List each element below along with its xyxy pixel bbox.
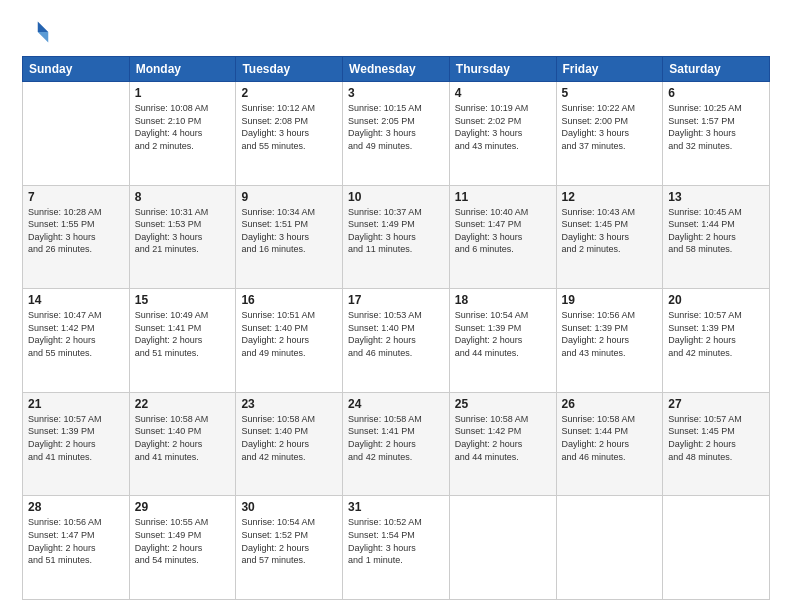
day-number: 24: [348, 397, 444, 411]
calendar-cell: 28Sunrise: 10:56 AM Sunset: 1:47 PM Dayl…: [23, 496, 130, 600]
calendar-cell: 25Sunrise: 10:58 AM Sunset: 1:42 PM Dayl…: [449, 392, 556, 496]
day-number: 15: [135, 293, 231, 307]
logo: [22, 18, 54, 46]
calendar-cell: 23Sunrise: 10:58 AM Sunset: 1:40 PM Dayl…: [236, 392, 343, 496]
day-info: Sunrise: 10:58 AM Sunset: 1:42 PM Daylig…: [455, 413, 551, 463]
day-number: 17: [348, 293, 444, 307]
day-info: Sunrise: 10:58 AM Sunset: 1:44 PM Daylig…: [562, 413, 658, 463]
day-info: Sunrise: 10:08 AM Sunset: 2:10 PM Daylig…: [135, 102, 231, 152]
day-info: Sunrise: 10:56 AM Sunset: 1:47 PM Daylig…: [28, 516, 124, 566]
day-info: Sunrise: 10:57 AM Sunset: 1:39 PM Daylig…: [28, 413, 124, 463]
calendar-cell: 20Sunrise: 10:57 AM Sunset: 1:39 PM Dayl…: [663, 289, 770, 393]
calendar-cell: 30Sunrise: 10:54 AM Sunset: 1:52 PM Dayl…: [236, 496, 343, 600]
calendar-cell: 16Sunrise: 10:51 AM Sunset: 1:40 PM Dayl…: [236, 289, 343, 393]
svg-marker-1: [38, 32, 49, 43]
day-number: 1: [135, 86, 231, 100]
day-number: 4: [455, 86, 551, 100]
calendar-cell: 31Sunrise: 10:52 AM Sunset: 1:54 PM Dayl…: [343, 496, 450, 600]
day-info: Sunrise: 10:25 AM Sunset: 1:57 PM Daylig…: [668, 102, 764, 152]
calendar-cell: 15Sunrise: 10:49 AM Sunset: 1:41 PM Dayl…: [129, 289, 236, 393]
day-info: Sunrise: 10:57 AM Sunset: 1:39 PM Daylig…: [668, 309, 764, 359]
week-row-3: 14Sunrise: 10:47 AM Sunset: 1:42 PM Dayl…: [23, 289, 770, 393]
calendar-cell: 7Sunrise: 10:28 AM Sunset: 1:55 PM Dayli…: [23, 185, 130, 289]
calendar-cell: 22Sunrise: 10:58 AM Sunset: 1:40 PM Dayl…: [129, 392, 236, 496]
day-number: 16: [241, 293, 337, 307]
calendar-cell: 10Sunrise: 10:37 AM Sunset: 1:49 PM Dayl…: [343, 185, 450, 289]
day-number: 21: [28, 397, 124, 411]
calendar-cell: 29Sunrise: 10:55 AM Sunset: 1:49 PM Dayl…: [129, 496, 236, 600]
day-number: 7: [28, 190, 124, 204]
day-info: Sunrise: 10:55 AM Sunset: 1:49 PM Daylig…: [135, 516, 231, 566]
day-number: 22: [135, 397, 231, 411]
day-number: 20: [668, 293, 764, 307]
calendar-cell: [23, 82, 130, 186]
day-number: 10: [348, 190, 444, 204]
day-info: Sunrise: 10:53 AM Sunset: 1:40 PM Daylig…: [348, 309, 444, 359]
day-number: 13: [668, 190, 764, 204]
weekday-header-row: SundayMondayTuesdayWednesdayThursdayFrid…: [23, 57, 770, 82]
day-number: 9: [241, 190, 337, 204]
calendar-cell: 17Sunrise: 10:53 AM Sunset: 1:40 PM Dayl…: [343, 289, 450, 393]
day-number: 23: [241, 397, 337, 411]
day-info: Sunrise: 10:57 AM Sunset: 1:45 PM Daylig…: [668, 413, 764, 463]
day-info: Sunrise: 10:40 AM Sunset: 1:47 PM Daylig…: [455, 206, 551, 256]
calendar-cell: 27Sunrise: 10:57 AM Sunset: 1:45 PM Dayl…: [663, 392, 770, 496]
day-info: Sunrise: 10:47 AM Sunset: 1:42 PM Daylig…: [28, 309, 124, 359]
calendar-cell: 14Sunrise: 10:47 AM Sunset: 1:42 PM Dayl…: [23, 289, 130, 393]
weekday-header-monday: Monday: [129, 57, 236, 82]
calendar-cell: 4Sunrise: 10:19 AM Sunset: 2:02 PM Dayli…: [449, 82, 556, 186]
day-info: Sunrise: 10:54 AM Sunset: 1:52 PM Daylig…: [241, 516, 337, 566]
day-info: Sunrise: 10:15 AM Sunset: 2:05 PM Daylig…: [348, 102, 444, 152]
calendar-cell: 24Sunrise: 10:58 AM Sunset: 1:41 PM Dayl…: [343, 392, 450, 496]
calendar-page: SundayMondayTuesdayWednesdayThursdayFrid…: [0, 0, 792, 612]
calendar-cell: 11Sunrise: 10:40 AM Sunset: 1:47 PM Dayl…: [449, 185, 556, 289]
calendar-cell: 19Sunrise: 10:56 AM Sunset: 1:39 PM Dayl…: [556, 289, 663, 393]
day-number: 28: [28, 500, 124, 514]
day-number: 26: [562, 397, 658, 411]
day-number: 12: [562, 190, 658, 204]
calendar-cell: [556, 496, 663, 600]
calendar-cell: 9Sunrise: 10:34 AM Sunset: 1:51 PM Dayli…: [236, 185, 343, 289]
week-row-4: 21Sunrise: 10:57 AM Sunset: 1:39 PM Dayl…: [23, 392, 770, 496]
calendar-cell: 1Sunrise: 10:08 AM Sunset: 2:10 PM Dayli…: [129, 82, 236, 186]
svg-marker-0: [38, 22, 49, 33]
calendar-cell: 13Sunrise: 10:45 AM Sunset: 1:44 PM Dayl…: [663, 185, 770, 289]
day-number: 8: [135, 190, 231, 204]
calendar-cell: 3Sunrise: 10:15 AM Sunset: 2:05 PM Dayli…: [343, 82, 450, 186]
day-number: 14: [28, 293, 124, 307]
day-info: Sunrise: 10:28 AM Sunset: 1:55 PM Daylig…: [28, 206, 124, 256]
day-info: Sunrise: 10:31 AM Sunset: 1:53 PM Daylig…: [135, 206, 231, 256]
week-row-2: 7Sunrise: 10:28 AM Sunset: 1:55 PM Dayli…: [23, 185, 770, 289]
day-number: 30: [241, 500, 337, 514]
day-info: Sunrise: 10:22 AM Sunset: 2:00 PM Daylig…: [562, 102, 658, 152]
day-info: Sunrise: 10:56 AM Sunset: 1:39 PM Daylig…: [562, 309, 658, 359]
day-info: Sunrise: 10:54 AM Sunset: 1:39 PM Daylig…: [455, 309, 551, 359]
calendar-cell: 6Sunrise: 10:25 AM Sunset: 1:57 PM Dayli…: [663, 82, 770, 186]
calendar-cell: 12Sunrise: 10:43 AM Sunset: 1:45 PM Dayl…: [556, 185, 663, 289]
day-info: Sunrise: 10:43 AM Sunset: 1:45 PM Daylig…: [562, 206, 658, 256]
day-number: 27: [668, 397, 764, 411]
week-row-1: 1Sunrise: 10:08 AM Sunset: 2:10 PM Dayli…: [23, 82, 770, 186]
weekday-header-tuesday: Tuesday: [236, 57, 343, 82]
calendar-cell: [663, 496, 770, 600]
weekday-header-saturday: Saturday: [663, 57, 770, 82]
day-number: 2: [241, 86, 337, 100]
weekday-header-friday: Friday: [556, 57, 663, 82]
day-number: 3: [348, 86, 444, 100]
calendar-cell: 5Sunrise: 10:22 AM Sunset: 2:00 PM Dayli…: [556, 82, 663, 186]
weekday-header-thursday: Thursday: [449, 57, 556, 82]
week-row-5: 28Sunrise: 10:56 AM Sunset: 1:47 PM Dayl…: [23, 496, 770, 600]
day-number: 18: [455, 293, 551, 307]
day-info: Sunrise: 10:49 AM Sunset: 1:41 PM Daylig…: [135, 309, 231, 359]
day-number: 25: [455, 397, 551, 411]
day-info: Sunrise: 10:37 AM Sunset: 1:49 PM Daylig…: [348, 206, 444, 256]
day-number: 31: [348, 500, 444, 514]
svg-marker-2: [26, 22, 38, 43]
day-number: 29: [135, 500, 231, 514]
day-info: Sunrise: 10:34 AM Sunset: 1:51 PM Daylig…: [241, 206, 337, 256]
day-info: Sunrise: 10:19 AM Sunset: 2:02 PM Daylig…: [455, 102, 551, 152]
weekday-header-wednesday: Wednesday: [343, 57, 450, 82]
header: [22, 18, 770, 46]
calendar-cell: 8Sunrise: 10:31 AM Sunset: 1:53 PM Dayli…: [129, 185, 236, 289]
calendar-cell: 18Sunrise: 10:54 AM Sunset: 1:39 PM Dayl…: [449, 289, 556, 393]
